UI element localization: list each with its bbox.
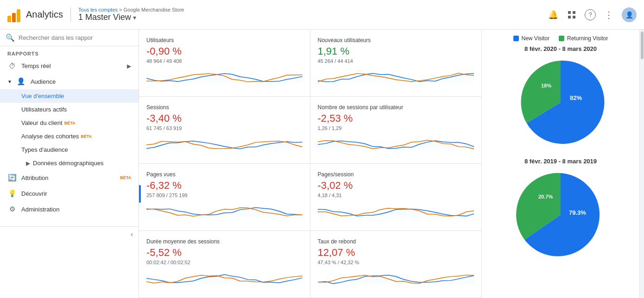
legend-returning-dot — [559, 36, 564, 41]
metric-card-4: Pages vues -6,32 % 257 809 / 275 199 — [139, 164, 310, 231]
chart-legend: New Visitor Returning Visitor — [491, 35, 630, 42]
analyse-cohortes-label: Analyse des cohortes — [21, 133, 79, 140]
metric-title-5: Pages/session — [318, 171, 474, 178]
expand-audience-icon: ▼ — [7, 79, 12, 84]
metric-title-7: Taux de rebond — [318, 238, 474, 245]
metric-card-3: Nombre de sessions par utilisateur -2,53… — [310, 97, 482, 164]
chart1-returning-label: 18% — [541, 83, 551, 88]
types-audience-label: Types d'audience — [21, 146, 68, 153]
metric-card-6: Durée moyenne des sessions -5,52 % 00:02… — [139, 231, 310, 298]
active-accent-bar — [139, 185, 141, 203]
metric-value-1: 1,91 % — [318, 45, 474, 57]
right-scrollbar[interactable] — [639, 30, 644, 298]
clock-icon: ⏱ — [7, 62, 17, 70]
sidebar-item-attribution-label: Attribution — [21, 174, 114, 181]
sidebar-item-audience[interactable]: ▼ 👤 Audience — [0, 74, 139, 89]
sidebar-item-analyse-cohortes[interactable]: Analyse des cohortes BÉTA — [0, 130, 139, 143]
sidebar-item-temps-reel[interactable]: ⏱ Temps réel ▶ — [0, 58, 139, 74]
metric-value-5: -3,02 % — [318, 180, 474, 192]
help-icon[interactable]: ? — [585, 9, 596, 20]
sparkline-1 — [318, 68, 474, 86]
sidebar-item-donnees-demog[interactable]: ▶ Données démographiques — [0, 156, 139, 170]
breadcrumb-all-accounts[interactable]: Tous les comptes — [78, 7, 118, 12]
donnees-demog-label: Données démographiques — [33, 160, 104, 167]
breadcrumb-store: Google Merchandise Store — [124, 7, 184, 12]
metric-card-5: Pages/session -3,02 % 4,18 / 4,31 — [310, 164, 482, 231]
metric-title-4: Pages vues — [146, 171, 303, 178]
metric-card-2: Sessions -3,40 % 61 745 / 63 919 — [139, 97, 310, 164]
legend-returning-visitor: Returning Visitor — [559, 35, 608, 42]
metric-title-2: Sessions — [146, 104, 303, 111]
breadcrumb: Tous les comptes > Google Merchandise St… — [78, 7, 184, 12]
metric-title-3: Nombre de sessions par utilisateur — [318, 104, 474, 111]
svg-rect-3 — [573, 16, 575, 19]
metric-sub-2: 61 745 / 63 919 — [146, 125, 303, 131]
chart1-new-label: 82% — [570, 94, 582, 101]
sparkline-4 — [146, 202, 303, 220]
chart2-title: 8 févr. 2019 - 8 mars 2019 — [491, 158, 630, 165]
grid-icon[interactable] — [566, 9, 577, 20]
legend-new-dot — [513, 36, 519, 41]
audience-sub-nav: Vue d'ensemble Utilisateurs actifs Valeu… — [0, 89, 139, 170]
sidebar-item-utilisateurs-actifs[interactable]: Utilisateurs actifs — [0, 103, 139, 116]
metric-value-0: -0,90 % — [146, 45, 303, 57]
chart2-pie: 79.3% 20.7% — [514, 168, 607, 261]
sidebar-item-administration-label: Administration — [21, 206, 131, 213]
chart2-container: 8 févr. 2019 - 8 mars 2019 79.3% 20.7% — [491, 158, 630, 261]
valeur-client-label: Valeur du client — [21, 119, 63, 126]
chevron-down-icon: ▾ — [133, 14, 136, 21]
beta-badge-attribution: BÉTA — [120, 175, 131, 180]
chart1-container: 8 févr. 2020 - 8 mars 2020 82% 18% — [491, 45, 630, 149]
app-title: Analytics — [26, 9, 63, 20]
metric-title-6: Durée moyenne des sessions — [146, 238, 303, 245]
sparkline-6 — [146, 269, 303, 287]
chart2-returning-label: 20.7% — [538, 194, 553, 199]
sparkline-2 — [146, 135, 303, 153]
view-selector[interactable]: 1 Master View ▾ — [78, 12, 184, 22]
chevron-right-icon: ▶ — [127, 63, 131, 69]
sidebar: 🔍 RAPPORTS ⏱ Temps réel ▶ ▼ 👤 Audience V… — [0, 30, 139, 298]
metric-sub-7: 47,43 % / 42,32 % — [318, 260, 474, 265]
chart1-pie-container: 82% 18% — [491, 56, 630, 149]
sparkline-3 — [318, 135, 474, 153]
header: Analytics Tous les comptes > Google Merc… — [0, 0, 644, 30]
sidebar-item-decouvrir[interactable]: 💡 Découvrir — [0, 186, 139, 201]
svg-rect-2 — [568, 16, 571, 19]
search-icon: 🔍 — [6, 33, 15, 42]
main-layout: 🔍 RAPPORTS ⏱ Temps réel ▶ ▼ 👤 Audience V… — [0, 30, 644, 298]
legend-new-label: New Visitor — [522, 35, 549, 42]
metric-title-0: Utilisateurs — [146, 37, 303, 43]
metric-card-1: Nouveaux utilisateurs 1,91 % 45 264 / 44… — [310, 30, 482, 97]
sidebar-item-administration[interactable]: ⚙ Administration — [0, 201, 139, 217]
metric-card-7: Taux de rebond 12,07 % 47,43 % / 42,32 % — [310, 231, 482, 298]
chart1-pie: 82% 18% — [514, 56, 607, 149]
scrollbar-thumb — [641, 31, 644, 59]
content-area: Utilisateurs -0,90 % 48 964 / 49 408 — [139, 30, 644, 298]
sidebar-item-valeur-client[interactable]: Valeur du client BÉTA — [0, 116, 139, 130]
sparkline-0 — [146, 68, 303, 86]
sparkline-7 — [318, 269, 474, 287]
metric-sub-3: 1,26 / 1,29 — [318, 125, 474, 131]
metrics-area: Utilisateurs -0,90 % 48 964 / 49 408 — [139, 30, 482, 298]
metric-value-3: -2,53 % — [318, 112, 474, 124]
charts-panel: New Visitor Returning Visitor 8 févr. 20… — [482, 30, 639, 298]
bell-icon[interactable]: 🔔 — [548, 9, 559, 20]
svg-rect-1 — [573, 11, 575, 14]
search-input[interactable] — [19, 34, 133, 41]
sidebar-collapse-button[interactable]: ‹ — [0, 226, 139, 242]
sidebar-item-types-audience[interactable]: Types d'audience — [0, 143, 139, 156]
sparkline-5 — [318, 202, 474, 220]
person-icon: 👤 — [17, 77, 26, 86]
header-right: 🔔 ? ⋮ 👤 — [548, 7, 637, 22]
more-icon[interactable]: ⋮ — [603, 9, 614, 20]
vue-ensemble-label: Vue d'ensemble — [21, 93, 64, 99]
sidebar-item-audience-label: Audience — [31, 78, 131, 85]
sidebar-item-attribution[interactable]: 🔄 Attribution BÉTA — [0, 170, 139, 186]
chart1-title: 8 févr. 2020 - 8 mars 2020 — [491, 45, 630, 52]
metric-value-2: -3,40 % — [146, 112, 303, 124]
avatar[interactable]: 👤 — [622, 7, 637, 22]
metric-card-0: Utilisateurs -0,90 % 48 964 / 49 408 — [139, 30, 310, 97]
sidebar-item-vue-ensemble[interactable]: Vue d'ensemble — [0, 89, 139, 103]
sidebar-item-temps-reel-label: Temps réel — [21, 62, 122, 69]
sidebar-item-decouvrir-label: Découvrir — [21, 190, 131, 197]
